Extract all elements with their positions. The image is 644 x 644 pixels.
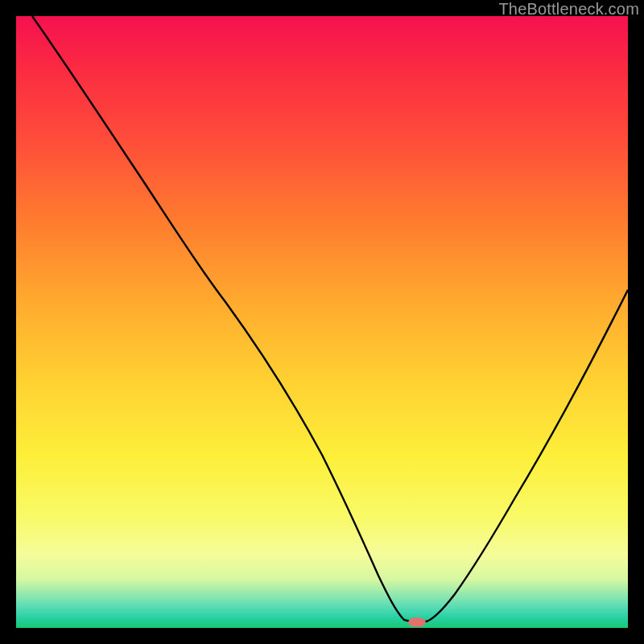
- plot-area: [16, 16, 628, 628]
- chart-container: TheBottleneck.com: [0, 0, 644, 644]
- curve-layer: [16, 16, 628, 628]
- optimal-marker: [408, 617, 426, 627]
- bottleneck-curve: [32, 16, 628, 621]
